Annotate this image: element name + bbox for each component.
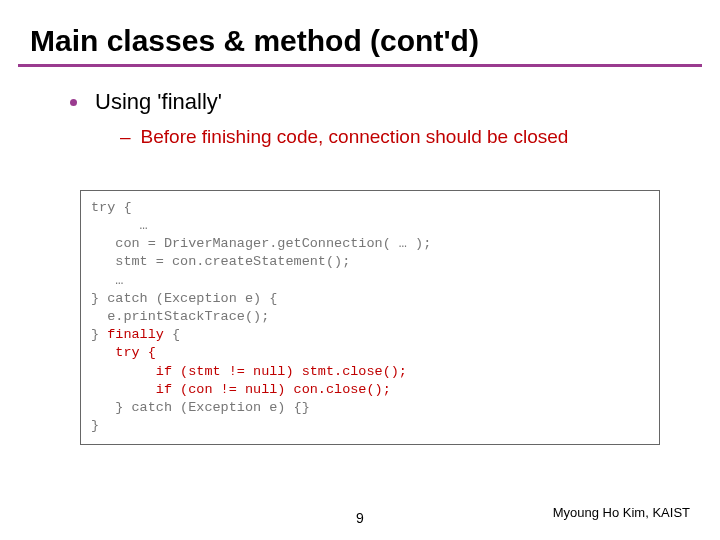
footer-credit: Myoung Ho Kim, KAIST: [553, 505, 690, 520]
code-line: if (con != null) con.close();: [91, 382, 391, 397]
code-line: …: [91, 273, 123, 288]
code-line: stmt = con.createStatement();: [91, 254, 350, 269]
sub-bullet-text: Before finishing code, connection should…: [141, 125, 569, 150]
code-line: try {: [91, 345, 156, 360]
code-line: con = DriverManager.getConnection( … );: [91, 236, 431, 251]
code-line: {: [164, 327, 180, 342]
sub-bullet-item: – Before finishing code, connection shou…: [70, 125, 720, 150]
code-line: }: [91, 418, 99, 433]
code-line: …: [91, 218, 148, 233]
code-line: }: [91, 327, 107, 342]
code-line: } catch (Exception e) {}: [91, 400, 310, 415]
code-block: try { … con = DriverManager.getConnectio…: [80, 190, 660, 445]
code-line: e.printStackTrace();: [91, 309, 269, 324]
content-area: Using 'finally' – Before finishing code,…: [0, 67, 720, 150]
slide-title: Main classes & method (cont'd): [0, 0, 720, 64]
code-line: } catch (Exception e) {: [91, 291, 277, 306]
page-number: 9: [356, 510, 364, 526]
dash-icon: –: [120, 125, 131, 150]
bullet-icon: [70, 99, 77, 106]
code-line: if (stmt != null) stmt.close();: [91, 364, 407, 379]
bullet-item: Using 'finally': [70, 89, 720, 115]
bullet-text: Using 'finally': [95, 89, 222, 115]
code-keyword-finally: finally: [107, 327, 164, 342]
code-line: try {: [91, 200, 132, 215]
